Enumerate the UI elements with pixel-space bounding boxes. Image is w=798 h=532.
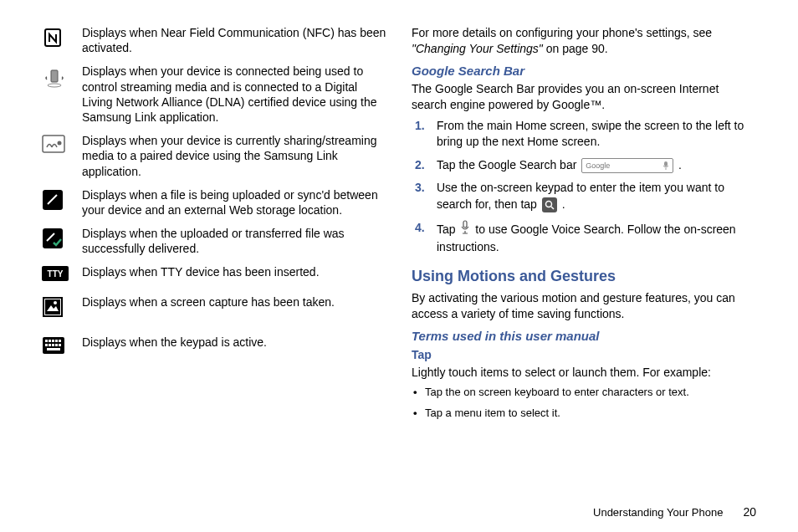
- svg-rect-15: [59, 340, 61, 342]
- svg-point-23: [545, 202, 551, 207]
- svg-rect-20: [59, 344, 61, 346]
- mic-icon: [460, 220, 470, 240]
- settings-reference: For more details on configuring your pho…: [412, 25, 756, 57]
- motions-heading: Using Motions and Gestures: [412, 268, 756, 285]
- icon-desc: Displays when the keypad is active.: [82, 335, 267, 358]
- ref-quote: "Changing Your Settings": [412, 42, 543, 55]
- icon-row-delivered: Displays when the uploaded or transferre…: [42, 226, 386, 256]
- icon-row-nfc: Displays when Near Field Communication (…: [42, 25, 386, 55]
- step-3: Use the on-screen keypad to enter the it…: [412, 180, 756, 212]
- magnify-icon: [542, 197, 557, 212]
- screenshot-icon: [42, 294, 82, 321]
- svg-point-2: [48, 84, 61, 87]
- icon-desc: Displays when a screen capture has been …: [82, 294, 335, 321]
- svg-line-24: [551, 207, 554, 209]
- google-search-body: The Google Search Bar provides you an on…: [412, 81, 756, 113]
- delivered-icon: [42, 226, 82, 256]
- tty-icon: TTY: [42, 264, 82, 281]
- icon-desc: Displays when TTY device has been insert…: [82, 264, 320, 281]
- icon-row-upload: Displays when a file is being uploaded o…: [42, 187, 386, 217]
- manual-page: Displays when Near Field Communication (…: [0, 0, 798, 532]
- google-search-bar-icon: Google: [581, 158, 673, 173]
- columns: Displays when Near Field Communication (…: [42, 25, 756, 426]
- svg-rect-6: [43, 228, 63, 248]
- right-column: For more details on configuring your pho…: [412, 25, 756, 426]
- icon-row-screenshot: Displays when a screen capture has been …: [42, 294, 386, 321]
- svg-point-4: [58, 141, 62, 146]
- bullet-1: Tap the on screen keyboard to enter char…: [412, 385, 756, 400]
- ref-suffix: on page 90.: [543, 42, 608, 55]
- motions-body: By activating the various motion and ges…: [412, 290, 756, 322]
- svg-rect-8: [45, 299, 60, 315]
- keypad-icon: [42, 335, 82, 358]
- icon-row-keypad: Displays when the keypad is active.: [42, 335, 386, 358]
- icon-desc: Displays when your device is currently s…: [82, 133, 386, 179]
- icon-desc: Displays when your device is connected b…: [82, 64, 386, 125]
- step-1: From the main Home screen, swipe the scr…: [412, 118, 756, 151]
- left-column: Displays when Near Field Communication (…: [42, 25, 386, 426]
- icon-desc: Displays when the uploaded or transferre…: [82, 226, 386, 256]
- footer-section: Understanding Your Phone: [593, 506, 723, 519]
- svg-rect-1: [51, 70, 58, 82]
- svg-rect-18: [52, 344, 54, 346]
- icon-desc: Displays when a file is being uploaded o…: [82, 187, 386, 217]
- svg-point-9: [54, 301, 57, 304]
- ref-prefix: For more details on configuring your pho…: [412, 26, 712, 39]
- svg-rect-11: [45, 340, 48, 342]
- svg-rect-16: [45, 344, 48, 346]
- upload-icon: [42, 187, 82, 217]
- step-2: Tap the Google Search bar Google .: [412, 157, 756, 174]
- icon-row-share: Displays when your device is currently s…: [42, 133, 386, 179]
- nfc-icon: [42, 25, 82, 55]
- dlna-icon: [42, 64, 82, 125]
- svg-rect-17: [49, 344, 51, 346]
- footer-page-number: 20: [743, 505, 756, 519]
- share-icon: [42, 133, 82, 179]
- bullet-2: Tap a menu item to select it.: [412, 406, 756, 421]
- icon-row-tty: TTY Displays when TTY device has been in…: [42, 264, 386, 281]
- svg-rect-19: [55, 344, 58, 346]
- svg-rect-21: [47, 348, 60, 350]
- tap-body: Lightly touch items to select or launch …: [412, 365, 756, 381]
- tap-heading: Tap: [412, 348, 756, 361]
- page-footer: Understanding Your Phone 20: [593, 505, 756, 519]
- svg-rect-14: [55, 340, 58, 342]
- svg-rect-12: [49, 340, 51, 342]
- google-steps: From the main Home screen, swipe the scr…: [412, 118, 756, 256]
- google-search-heading: Google Search Bar: [412, 64, 756, 78]
- step-4: Tap to use Google Voice Search. Follow t…: [412, 220, 756, 256]
- tap-bullets: Tap the on screen keyboard to enter char…: [412, 385, 756, 420]
- terms-heading: Terms used in this user manual: [412, 329, 756, 343]
- svg-rect-22: [664, 161, 668, 166]
- icon-desc: Displays when Near Field Communication (…: [82, 25, 386, 55]
- icon-row-dlna: Displays when your device is connected b…: [42, 64, 386, 125]
- svg-rect-13: [52, 340, 54, 342]
- svg-rect-25: [463, 221, 467, 228]
